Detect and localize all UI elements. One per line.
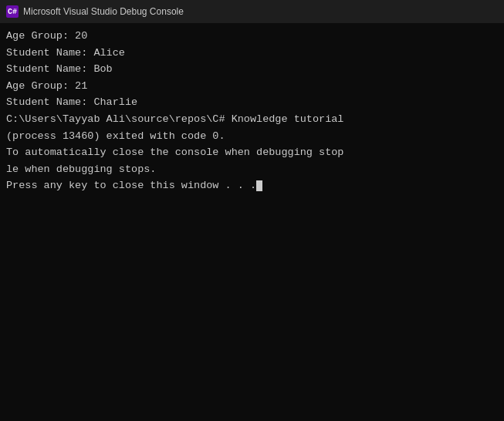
cursor bbox=[256, 180, 262, 191]
console-line: Student Name: Bob bbox=[6, 61, 498, 78]
console-line: Age Group: 21 bbox=[6, 78, 498, 95]
window-title: Microsoft Visual Studio Debug Console bbox=[23, 6, 184, 17]
console-line: Age Group: 20 bbox=[6, 28, 498, 45]
console-line: C:\Users\Tayyab Ali\source\repos\C# Know… bbox=[6, 111, 498, 128]
console-line: Student Name: Alice bbox=[6, 45, 498, 62]
console-line: le when debugging stops. bbox=[6, 161, 498, 178]
app-icon: C# bbox=[6, 5, 19, 18]
console-line: Press any key to close this window . . . bbox=[6, 177, 498, 194]
console-line: (process 13460) exited with code 0. bbox=[6, 128, 498, 145]
console-line: Student Name: Charlie bbox=[6, 94, 498, 111]
console-area: Age Group: 20Student Name: AliceStudent … bbox=[0, 23, 504, 421]
console-line: To automatically close the console when … bbox=[6, 144, 498, 161]
title-bar: C# Microsoft Visual Studio Debug Console bbox=[0, 0, 504, 23]
